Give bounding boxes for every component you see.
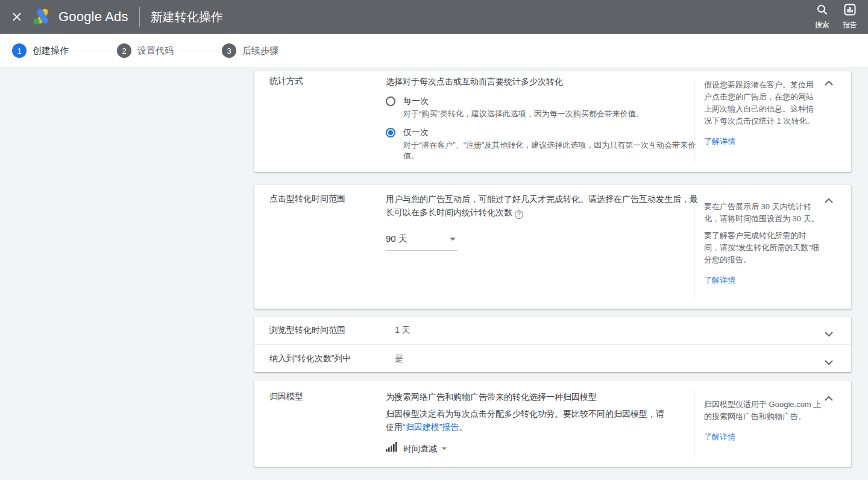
step-connector <box>178 51 217 51</box>
radio-selected-icon[interactable] <box>386 128 395 137</box>
step-set-up-tag[interactable]: 2 设置代码 <box>117 43 174 58</box>
card-attribution-model: 归因模型 为搜索网络广告和购物广告带来的转化选择一种归因模型 归因模型决定着为每… <box>254 381 851 467</box>
topbar: Google Ads 新建转化操作 搜索 报告 <box>0 0 868 34</box>
learn-more-link[interactable]: 了解详情 <box>704 136 735 148</box>
step-1-label: 创建操作 <box>33 45 69 57</box>
row-include-in-conversions[interactable]: 纳入到“转化次数”列中 是 <box>254 344 851 372</box>
google-ads-logo-icon <box>33 7 52 27</box>
help-question-icon[interactable]: ? <box>515 210 523 219</box>
click-window-description: 用户与您的广告互动后，可能过了好几天才完成转化。请选择在广告互动发生后，最长可以… <box>386 194 698 217</box>
attribution-description-2: 归因模型决定着为每次点击分配多少转化功劳。要比较不同的归因模型，请使用“归因建模… <box>386 407 669 434</box>
radio-option-one[interactable]: 仅一次 对于“潜在客户”、“注册”及其他转化，建议选择此选项，因为只有第一次互动… <box>386 126 699 162</box>
row-view-through-window[interactable]: 浏览型转化时间范围 1 天 <box>254 317 851 344</box>
view-window-value: 1 天 <box>395 325 410 336</box>
conversion-window-select[interactable]: 90 天 <box>386 229 457 251</box>
attribution-help-text: 归因模型仅适用于 Google.com 上的搜索网络广告和购物广告。 <box>704 399 822 423</box>
main-content: 统计方式 选择对于每次点击或互动而言要统计多少次转化 每一次 对于“购买”类转化… <box>0 68 868 480</box>
card-click-conversion-window: 点击型转化时间范围 用户与您的广告互动后，可能过了好几天才完成转化。请选择在广告… <box>254 185 851 309</box>
search-icon <box>816 4 828 18</box>
step-2-circle: 2 <box>117 43 131 58</box>
reports-label: 报告 <box>843 20 857 30</box>
click-window-help-2: 要了解客户完成转化所需的时间，请按“发生转化所需的天数”细分您的报告。 <box>704 230 820 266</box>
step-progress-bar: 1 创建操作 2 设置代码 3 后续步骤 <box>0 34 868 68</box>
bar-chart-icon <box>844 4 856 18</box>
card-counting-method: 统计方式 选择对于每次点击或互动而言要统计多少次转化 每一次 对于“购买”类转化… <box>254 71 851 172</box>
card-divider <box>694 389 694 458</box>
view-window-label: 浏览型转化时间范围 <box>269 325 386 336</box>
counting-method-description: 选择对于每次点击或互动而言要统计多少次转化 <box>386 75 699 88</box>
search-label: 搜索 <box>815 20 829 30</box>
option-one-title: 仅一次 <box>403 126 699 138</box>
option-every-title: 每一次 <box>403 95 644 107</box>
step-connector <box>74 51 112 51</box>
include-column-value: 是 <box>395 353 403 364</box>
card-divider <box>694 80 694 163</box>
option-one-description: 对于“潜在客户”、“注册”及其他转化，建议选择此选项，因为只有第一次互动会带来价… <box>403 140 699 162</box>
learn-more-link[interactable]: 了解详情 <box>704 274 735 286</box>
radio-unselected-icon[interactable] <box>386 96 395 106</box>
attribution-help-panel: 归因模型仅适用于 Google.com 上的搜索网络广告和购物广告。 了解详情 <box>704 399 826 443</box>
counting-help-text: 假设您要跟踪潜在客户。某位用户点击您的广告后，在您的网站上两次输入自己的信息。这… <box>704 79 820 127</box>
card-divider <box>694 194 694 300</box>
topbar-separator <box>139 7 140 27</box>
step-3-label: 后续步骤 <box>242 45 278 57</box>
step-1-circle: 1 <box>12 43 27 58</box>
brand-name: Google Ads <box>58 9 128 25</box>
attribution-label: 归因模型 <box>269 390 386 455</box>
attribution-model-select[interactable]: 时间衰减 <box>386 442 699 455</box>
page-title: 新建转化操作 <box>151 9 223 25</box>
expand-chevron-down-icon[interactable] <box>825 356 833 367</box>
card-collapsed-settings: 浏览型转化时间范围 1 天 纳入到“转化次数”列中 是 <box>254 317 851 372</box>
option-every-description: 对于“购买”类转化，建议选择此选项，因为每一次购买都会带来价值。 <box>403 109 644 119</box>
conversion-window-value: 90 天 <box>386 232 407 245</box>
collapse-chevron-up-icon[interactable] <box>825 77 833 88</box>
step-2-label: 设置代码 <box>137 45 174 57</box>
click-window-help-panel: 要在广告展示后 30 天内统计转化，请将时间范围设置为 30 天。 要了解客户完… <box>704 201 826 286</box>
dropdown-arrow-icon <box>442 447 447 450</box>
step-create-action[interactable]: 1 创建操作 <box>12 43 69 58</box>
attribution-modeling-report-link[interactable]: “归因建模”报告 <box>403 422 459 432</box>
counting-method-label: 统计方式 <box>269 75 386 162</box>
include-column-label: 纳入到“转化次数”列中 <box>269 353 386 364</box>
collapse-chevron-up-icon[interactable] <box>825 195 833 206</box>
learn-more-link[interactable]: 了解详情 <box>704 431 735 443</box>
dropdown-arrow-icon <box>450 238 456 241</box>
counting-help-panel: 假设您要跟踪潜在客户。某位用户点击您的广告后，在您的网站上两次输入自己的信息。这… <box>704 79 826 148</box>
expand-chevron-down-icon[interactable] <box>825 328 833 339</box>
reports-button[interactable]: 报告 <box>843 4 857 30</box>
click-window-help-1: 要在广告展示后 30 天内统计转化，请将时间范围设置为 30 天。 <box>704 201 820 225</box>
step-next-steps[interactable]: 3 后续步骤 <box>222 43 278 58</box>
radio-option-every[interactable]: 每一次 对于“购买”类转化，建议选择此选项，因为每一次购买都会带来价值。 <box>386 95 699 119</box>
step-3-circle: 3 <box>222 43 236 58</box>
search-button[interactable]: 搜索 <box>815 4 829 30</box>
collapse-chevron-up-icon[interactable] <box>825 393 833 403</box>
attribution-model-value: 时间衰减 <box>403 442 437 455</box>
google-ads-brand: Google Ads <box>33 7 128 27</box>
attribution-description-1: 为搜索网络广告和购物广告带来的转化选择一种归因模型 <box>386 390 699 403</box>
close-icon[interactable] <box>8 8 25 25</box>
time-decay-bars-icon <box>386 442 398 455</box>
click-window-label: 点击型转化时间范围 <box>269 192 386 251</box>
